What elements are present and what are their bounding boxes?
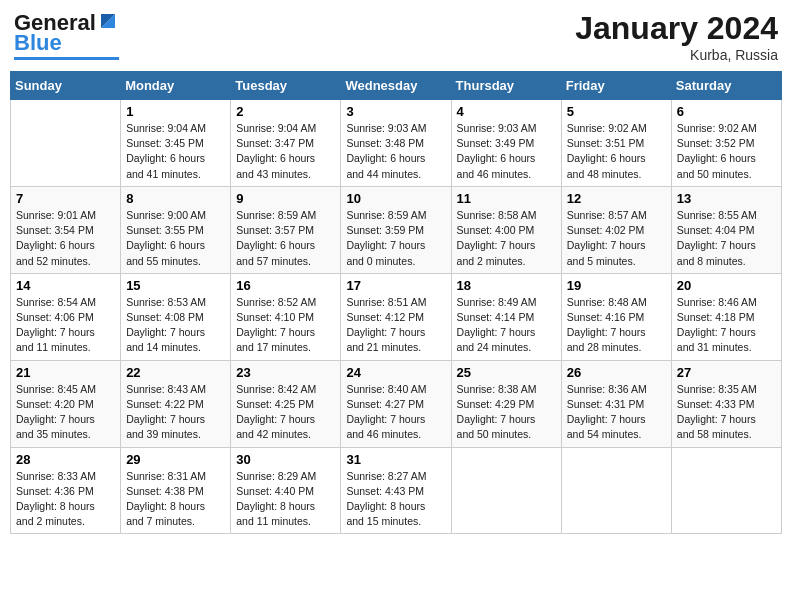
day-info: Sunrise: 8:43 AM Sunset: 4:22 PM Dayligh… [126, 382, 225, 443]
day-number: 15 [126, 278, 225, 293]
day-number: 25 [457, 365, 556, 380]
day-number: 29 [126, 452, 225, 467]
calendar-cell: 30Sunrise: 8:29 AM Sunset: 4:40 PM Dayli… [231, 447, 341, 534]
day-number: 20 [677, 278, 776, 293]
col-header-tuesday: Tuesday [231, 72, 341, 100]
page-header: General Blue January 2024 Kurba, Russia [10, 10, 782, 63]
calendar-cell: 28Sunrise: 8:33 AM Sunset: 4:36 PM Dayli… [11, 447, 121, 534]
calendar-cell [561, 447, 671, 534]
calendar-cell: 26Sunrise: 8:36 AM Sunset: 4:31 PM Dayli… [561, 360, 671, 447]
calendar-cell: 20Sunrise: 8:46 AM Sunset: 4:18 PM Dayli… [671, 273, 781, 360]
logo-triangle-icon [97, 10, 119, 32]
month-title: January 2024 [575, 10, 778, 47]
day-info: Sunrise: 8:38 AM Sunset: 4:29 PM Dayligh… [457, 382, 556, 443]
day-number: 30 [236, 452, 335, 467]
day-number: 14 [16, 278, 115, 293]
col-header-wednesday: Wednesday [341, 72, 451, 100]
day-number: 17 [346, 278, 445, 293]
calendar-cell [11, 100, 121, 187]
day-info: Sunrise: 9:04 AM Sunset: 3:45 PM Dayligh… [126, 121, 225, 182]
calendar-cell: 19Sunrise: 8:48 AM Sunset: 4:16 PM Dayli… [561, 273, 671, 360]
day-info: Sunrise: 8:40 AM Sunset: 4:27 PM Dayligh… [346, 382, 445, 443]
day-info: Sunrise: 8:59 AM Sunset: 3:59 PM Dayligh… [346, 208, 445, 269]
calendar-cell: 3Sunrise: 9:03 AM Sunset: 3:48 PM Daylig… [341, 100, 451, 187]
calendar-cell: 27Sunrise: 8:35 AM Sunset: 4:33 PM Dayli… [671, 360, 781, 447]
calendar-cell: 8Sunrise: 9:00 AM Sunset: 3:55 PM Daylig… [121, 186, 231, 273]
day-info: Sunrise: 8:58 AM Sunset: 4:00 PM Dayligh… [457, 208, 556, 269]
day-info: Sunrise: 8:27 AM Sunset: 4:43 PM Dayligh… [346, 469, 445, 530]
calendar-cell: 1Sunrise: 9:04 AM Sunset: 3:45 PM Daylig… [121, 100, 231, 187]
calendar-week-row: 28Sunrise: 8:33 AM Sunset: 4:36 PM Dayli… [11, 447, 782, 534]
calendar-week-row: 21Sunrise: 8:45 AM Sunset: 4:20 PM Dayli… [11, 360, 782, 447]
day-number: 1 [126, 104, 225, 119]
day-info: Sunrise: 8:31 AM Sunset: 4:38 PM Dayligh… [126, 469, 225, 530]
day-number: 13 [677, 191, 776, 206]
logo: General Blue [14, 10, 119, 60]
calendar-cell: 17Sunrise: 8:51 AM Sunset: 4:12 PM Dayli… [341, 273, 451, 360]
calendar-cell: 6Sunrise: 9:02 AM Sunset: 3:52 PM Daylig… [671, 100, 781, 187]
day-number: 24 [346, 365, 445, 380]
day-info: Sunrise: 8:54 AM Sunset: 4:06 PM Dayligh… [16, 295, 115, 356]
calendar-cell: 10Sunrise: 8:59 AM Sunset: 3:59 PM Dayli… [341, 186, 451, 273]
col-header-sunday: Sunday [11, 72, 121, 100]
day-number: 10 [346, 191, 445, 206]
calendar-cell: 14Sunrise: 8:54 AM Sunset: 4:06 PM Dayli… [11, 273, 121, 360]
day-info: Sunrise: 8:48 AM Sunset: 4:16 PM Dayligh… [567, 295, 666, 356]
day-info: Sunrise: 8:51 AM Sunset: 4:12 PM Dayligh… [346, 295, 445, 356]
day-number: 16 [236, 278, 335, 293]
calendar-cell: 29Sunrise: 8:31 AM Sunset: 4:38 PM Dayli… [121, 447, 231, 534]
day-info: Sunrise: 8:59 AM Sunset: 3:57 PM Dayligh… [236, 208, 335, 269]
day-number: 21 [16, 365, 115, 380]
col-header-saturday: Saturday [671, 72, 781, 100]
calendar-cell: 9Sunrise: 8:59 AM Sunset: 3:57 PM Daylig… [231, 186, 341, 273]
day-number: 22 [126, 365, 225, 380]
calendar-cell: 15Sunrise: 8:53 AM Sunset: 4:08 PM Dayli… [121, 273, 231, 360]
day-number: 28 [16, 452, 115, 467]
calendar-cell: 22Sunrise: 8:43 AM Sunset: 4:22 PM Dayli… [121, 360, 231, 447]
day-number: 8 [126, 191, 225, 206]
day-number: 12 [567, 191, 666, 206]
calendar-cell: 5Sunrise: 9:02 AM Sunset: 3:51 PM Daylig… [561, 100, 671, 187]
day-number: 7 [16, 191, 115, 206]
day-info: Sunrise: 8:29 AM Sunset: 4:40 PM Dayligh… [236, 469, 335, 530]
location: Kurba, Russia [575, 47, 778, 63]
calendar-cell: 16Sunrise: 8:52 AM Sunset: 4:10 PM Dayli… [231, 273, 341, 360]
day-info: Sunrise: 9:04 AM Sunset: 3:47 PM Dayligh… [236, 121, 335, 182]
col-header-monday: Monday [121, 72, 231, 100]
calendar-cell: 7Sunrise: 9:01 AM Sunset: 3:54 PM Daylig… [11, 186, 121, 273]
day-info: Sunrise: 8:35 AM Sunset: 4:33 PM Dayligh… [677, 382, 776, 443]
calendar-cell: 21Sunrise: 8:45 AM Sunset: 4:20 PM Dayli… [11, 360, 121, 447]
calendar-table: SundayMondayTuesdayWednesdayThursdayFrid… [10, 71, 782, 534]
day-info: Sunrise: 9:02 AM Sunset: 3:51 PM Dayligh… [567, 121, 666, 182]
col-header-thursday: Thursday [451, 72, 561, 100]
day-number: 5 [567, 104, 666, 119]
day-number: 2 [236, 104, 335, 119]
calendar-week-row: 7Sunrise: 9:01 AM Sunset: 3:54 PM Daylig… [11, 186, 782, 273]
day-info: Sunrise: 9:00 AM Sunset: 3:55 PM Dayligh… [126, 208, 225, 269]
day-info: Sunrise: 9:01 AM Sunset: 3:54 PM Dayligh… [16, 208, 115, 269]
day-number: 19 [567, 278, 666, 293]
day-info: Sunrise: 8:42 AM Sunset: 4:25 PM Dayligh… [236, 382, 335, 443]
calendar-cell: 25Sunrise: 8:38 AM Sunset: 4:29 PM Dayli… [451, 360, 561, 447]
day-info: Sunrise: 9:03 AM Sunset: 3:48 PM Dayligh… [346, 121, 445, 182]
day-info: Sunrise: 8:45 AM Sunset: 4:20 PM Dayligh… [16, 382, 115, 443]
day-number: 18 [457, 278, 556, 293]
col-header-friday: Friday [561, 72, 671, 100]
day-number: 9 [236, 191, 335, 206]
calendar-cell: 13Sunrise: 8:55 AM Sunset: 4:04 PM Dayli… [671, 186, 781, 273]
calendar-header-row: SundayMondayTuesdayWednesdayThursdayFrid… [11, 72, 782, 100]
calendar-cell: 11Sunrise: 8:58 AM Sunset: 4:00 PM Dayli… [451, 186, 561, 273]
day-number: 4 [457, 104, 556, 119]
calendar-cell: 24Sunrise: 8:40 AM Sunset: 4:27 PM Dayli… [341, 360, 451, 447]
day-number: 26 [567, 365, 666, 380]
day-info: Sunrise: 9:02 AM Sunset: 3:52 PM Dayligh… [677, 121, 776, 182]
calendar-cell: 31Sunrise: 8:27 AM Sunset: 4:43 PM Dayli… [341, 447, 451, 534]
day-number: 11 [457, 191, 556, 206]
calendar-cell: 18Sunrise: 8:49 AM Sunset: 4:14 PM Dayli… [451, 273, 561, 360]
day-info: Sunrise: 8:55 AM Sunset: 4:04 PM Dayligh… [677, 208, 776, 269]
calendar-week-row: 14Sunrise: 8:54 AM Sunset: 4:06 PM Dayli… [11, 273, 782, 360]
calendar-cell: 12Sunrise: 8:57 AM Sunset: 4:02 PM Dayli… [561, 186, 671, 273]
day-number: 23 [236, 365, 335, 380]
day-info: Sunrise: 8:53 AM Sunset: 4:08 PM Dayligh… [126, 295, 225, 356]
day-info: Sunrise: 8:36 AM Sunset: 4:31 PM Dayligh… [567, 382, 666, 443]
